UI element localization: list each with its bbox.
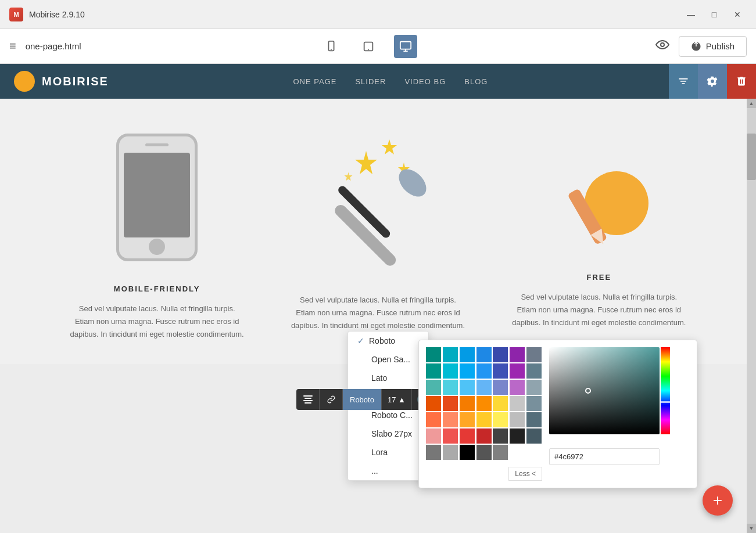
hamburger-menu[interactable]: ≡ (9, 39, 16, 53)
color-swatches: Less < (426, 347, 542, 481)
swatch[interactable] (510, 412, 525, 427)
add-fab-button[interactable]: + (703, 485, 733, 516)
swatch[interactable] (426, 396, 441, 411)
nav-link-videobg[interactable]: VIDEO BG (404, 77, 446, 86)
swatch[interactable] (443, 412, 458, 427)
swatch[interactable] (443, 445, 458, 460)
font-item-more[interactable]: ... (348, 462, 428, 480)
swatch[interactable] (493, 428, 508, 444)
swatch[interactable] (443, 363, 458, 379)
swatch[interactable] (493, 347, 508, 362)
swatch[interactable] (460, 380, 475, 395)
publish-icon (691, 41, 701, 52)
swatch[interactable] (493, 380, 508, 395)
swatch[interactable] (510, 363, 525, 379)
nav-link-blog[interactable]: BLOG (464, 77, 488, 86)
swatch[interactable] (460, 428, 475, 444)
scrollbar[interactable]: ▲ ▼ (747, 99, 756, 533)
swatch[interactable] (476, 428, 492, 444)
swatch[interactable] (476, 347, 492, 362)
menu-bar: ≡ one-page.html (0, 29, 756, 64)
svg-rect-18 (303, 395, 313, 397)
swatch[interactable] (460, 445, 475, 460)
swatch[interactable] (510, 380, 525, 395)
svg-rect-19 (304, 398, 311, 399)
swatch[interactable] (426, 428, 441, 444)
gradient-canvas[interactable] (549, 347, 660, 434)
check-icon: ✓ (357, 336, 364, 345)
swatch[interactable] (526, 363, 542, 379)
swatch[interactable] (510, 347, 525, 362)
desktop-view-button[interactable] (394, 35, 417, 58)
swatch[interactable] (526, 396, 542, 411)
gradient-cursor[interactable] (585, 388, 591, 394)
settings-action-button[interactable] (698, 64, 727, 99)
svg-rect-21 (304, 402, 311, 404)
tablet-view-button[interactable] (357, 35, 380, 58)
font-robotoc-label: Roboto C... (371, 410, 413, 420)
font-item-opensans[interactable]: Open Sa... (348, 350, 428, 369)
delete-action-button[interactable] (727, 64, 756, 99)
font-item-roboto[interactable]: ✓ Roboto (348, 332, 428, 350)
swatch[interactable] (460, 396, 475, 411)
swatch[interactable] (476, 396, 492, 411)
swatch[interactable] (426, 380, 441, 395)
scroll-down-button[interactable]: ▼ (747, 524, 756, 533)
maximize-button[interactable]: □ (705, 8, 723, 21)
font-item-slabo[interactable]: Slabo 27px (348, 424, 428, 443)
mobile-view-button[interactable] (320, 35, 343, 58)
swatch[interactable] (493, 445, 508, 460)
text-toolbar: Roboto 17 ▲ (296, 389, 435, 410)
swatch[interactable] (526, 380, 542, 395)
svg-marker-8 (355, 151, 377, 174)
swatch[interactable] (510, 396, 525, 411)
swatch[interactable] (426, 347, 441, 362)
svg-marker-11 (345, 172, 353, 181)
swatch[interactable] (476, 412, 492, 427)
swatch[interactable] (443, 396, 458, 411)
tablet-icon (362, 40, 375, 53)
swatch[interactable] (443, 347, 458, 362)
align-button[interactable] (296, 389, 320, 410)
swatch[interactable] (493, 396, 508, 411)
font-name-button[interactable]: Roboto (343, 389, 382, 410)
hue-slider[interactable] (661, 347, 670, 434)
swatch[interactable] (476, 363, 492, 379)
nav-brand-name: MOBIRISE (42, 75, 109, 88)
swatch[interactable] (426, 363, 441, 379)
swatch[interactable] (493, 363, 508, 379)
swatch[interactable] (526, 347, 542, 362)
minimize-button[interactable]: — (682, 8, 700, 21)
swatch[interactable] (526, 428, 542, 444)
scrollbar-thumb[interactable] (747, 134, 756, 180)
publish-button[interactable]: Publish (679, 36, 747, 57)
swatch[interactable] (426, 445, 441, 460)
swatch[interactable] (476, 445, 492, 460)
swatch[interactable] (426, 412, 441, 427)
font-item-lora[interactable]: Lora (348, 443, 428, 462)
swatch[interactable] (510, 428, 525, 444)
feature-free-title: FREE (586, 273, 611, 282)
swatch[interactable] (493, 412, 508, 427)
swatch[interactable] (476, 380, 492, 395)
menu-bar-right: Publish (655, 36, 747, 57)
font-item-lato[interactable]: Lato (348, 369, 428, 387)
scroll-up-button[interactable]: ▲ (747, 99, 756, 108)
font-size-button[interactable]: 17 ▲ (382, 389, 412, 410)
preview-button[interactable] (655, 39, 669, 53)
free-image (541, 134, 657, 261)
swatch[interactable] (443, 428, 458, 444)
swatch[interactable] (526, 412, 542, 427)
hex-color-input[interactable] (549, 448, 660, 465)
nav-link-onepage[interactable]: ONE PAGE (293, 77, 337, 86)
nav-link-slider[interactable]: SLIDER (355, 77, 386, 86)
swatch[interactable] (460, 347, 475, 362)
less-button[interactable]: Less < (508, 467, 542, 481)
sort-action-button[interactable] (669, 64, 698, 99)
link-button[interactable] (320, 389, 343, 410)
swatch[interactable] (460, 412, 475, 427)
swatch[interactable] (460, 363, 475, 379)
close-button[interactable]: ✕ (728, 8, 747, 21)
swatch[interactable] (443, 380, 458, 395)
nav-actions (669, 64, 756, 99)
